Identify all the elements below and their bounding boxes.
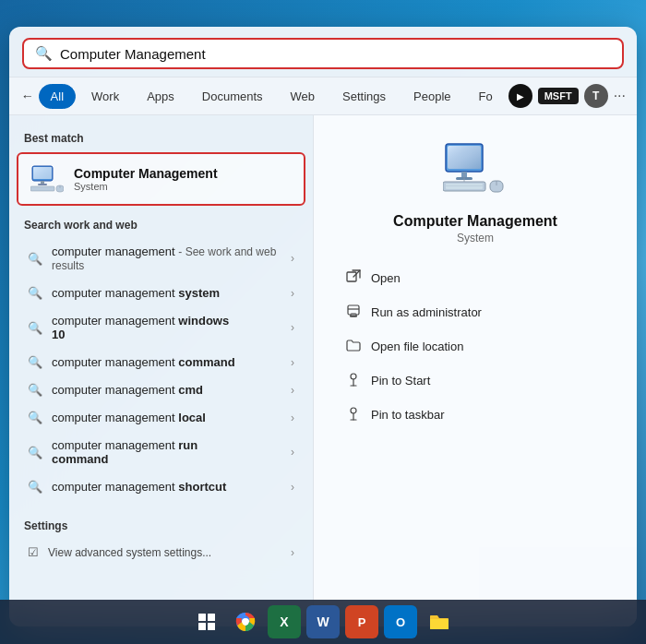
tab-apps[interactable]: Apps xyxy=(135,84,186,109)
result-text: computer management cmd xyxy=(52,383,291,397)
search-input[interactable] xyxy=(60,46,611,62)
chrome-button[interactable] xyxy=(229,605,262,638)
result-arrow: › xyxy=(291,321,294,334)
app-info: Computer Management System xyxy=(74,166,218,192)
settings-label: Settings xyxy=(9,516,313,538)
open-file-location-label: Open file location xyxy=(371,340,463,353)
tab-documents[interactable]: Documents xyxy=(190,84,275,109)
t-badge: T xyxy=(584,84,608,108)
result-text: computer management local xyxy=(52,411,291,424)
result-text: computer management - See work and web r… xyxy=(52,244,291,272)
settings-result-text: View advanced system settings... xyxy=(48,546,291,559)
action-open-file-location[interactable]: Open file location xyxy=(336,331,615,362)
start-button[interactable] xyxy=(190,605,223,638)
result-text: computer management command xyxy=(52,355,291,369)
tab-work[interactable]: Work xyxy=(79,84,131,109)
app-name: Computer Management xyxy=(74,166,218,181)
list-item[interactable]: 🔍 computer management command › xyxy=(15,349,307,376)
tab-people[interactable]: People xyxy=(401,84,462,109)
tab-web[interactable]: Web xyxy=(279,84,328,109)
desktop: 🔍 ← All Work Apps Documents Web Settings… xyxy=(0,0,646,644)
svg-rect-21 xyxy=(350,316,357,317)
main-content: Best match xyxy=(9,115,637,626)
powerpoint-button[interactable]: P xyxy=(345,605,378,638)
pin-taskbar-icon xyxy=(345,406,362,423)
svg-rect-10 xyxy=(448,146,481,169)
result-text: computer management windows10 xyxy=(52,314,291,341)
action-pin-to-start[interactable]: Pin to Start xyxy=(336,365,615,396)
svg-rect-2 xyxy=(33,167,52,179)
action-open[interactable]: Open xyxy=(336,263,615,293)
tab-all[interactable]: All xyxy=(39,84,76,109)
search-bar-container: 🔍 xyxy=(9,27,637,78)
settings-arrow: › xyxy=(291,546,294,559)
tab-fo[interactable]: Fo xyxy=(467,84,505,109)
svg-rect-14 xyxy=(446,184,483,189)
svg-point-22 xyxy=(351,374,356,379)
result-arrow: › xyxy=(291,446,294,459)
svg-rect-24 xyxy=(198,614,206,621)
list-item[interactable]: 🔍 computer management system › xyxy=(15,280,307,306)
list-item[interactable]: 🔍 computer management runcommand › xyxy=(15,432,307,472)
admin-icon xyxy=(345,304,362,321)
play-button[interactable]: ▶ xyxy=(508,84,532,108)
settings-result-icon: ☑ xyxy=(28,545,39,559)
back-button[interactable]: ← xyxy=(20,83,35,109)
open-icon xyxy=(345,269,362,287)
svg-point-23 xyxy=(351,408,356,413)
word-button[interactable]: W xyxy=(306,605,340,638)
right-app-sub: System xyxy=(457,232,494,244)
svg-rect-4 xyxy=(38,184,47,185)
search-results: Search work and web 🔍 computer managemen… xyxy=(9,208,313,508)
result-arrow: › xyxy=(291,252,294,265)
result-text: computer management runcommand xyxy=(52,438,291,466)
right-app-icon xyxy=(438,137,512,202)
app-icon-wrap xyxy=(30,161,65,197)
list-item[interactable]: 🔍 computer management local › xyxy=(15,404,307,431)
action-run-as-admin[interactable]: Run as administrator xyxy=(336,297,615,328)
nav-tabs: ← All Work Apps Documents Web Settings P… xyxy=(9,78,637,115)
search-result-icon: 🔍 xyxy=(28,480,42,494)
search-result-icon: 🔍 xyxy=(28,252,42,266)
folder-button[interactable] xyxy=(423,605,456,638)
result-arrow: › xyxy=(291,411,294,424)
svg-rect-5 xyxy=(30,186,54,191)
svg-rect-18 xyxy=(347,272,356,281)
more-options-button[interactable]: ··· xyxy=(614,88,626,104)
result-arrow: › xyxy=(291,356,294,369)
search-bar[interactable]: 🔍 xyxy=(22,38,624,69)
computer-management-icon-small xyxy=(30,165,64,193)
left-panel: Best match xyxy=(9,115,314,626)
right-panel: Computer Management System Open xyxy=(314,115,637,626)
svg-rect-26 xyxy=(198,623,206,630)
excel-button[interactable]: X xyxy=(268,605,301,638)
search-panel: 🔍 ← All Work Apps Documents Web Settings… xyxy=(9,27,637,626)
settings-section: Settings ☑ View advanced system settings… xyxy=(9,508,313,566)
tab-settings[interactable]: Settings xyxy=(330,84,398,109)
search-result-icon: 🔍 xyxy=(28,321,42,335)
best-match-label: Best match xyxy=(9,128,313,150)
action-pin-to-taskbar[interactable]: Pin to taskbar xyxy=(336,400,615,430)
nav-more: ▶ MSFT T ··· xyxy=(508,84,626,108)
result-arrow: › xyxy=(291,384,294,397)
folder-icon xyxy=(345,338,362,355)
pin-to-taskbar-label: Pin to taskbar xyxy=(371,408,445,422)
taskbar: X W P O xyxy=(0,600,646,644)
open-label: Open xyxy=(371,271,401,285)
settings-item[interactable]: ☑ View advanced system settings... › xyxy=(15,539,307,566)
search-result-icon: 🔍 xyxy=(28,446,42,459)
list-item[interactable]: 🔍 computer management shortcut › xyxy=(15,473,307,500)
list-item[interactable]: 🔍 computer management - See work and web… xyxy=(15,238,307,279)
result-text: computer management system xyxy=(52,286,291,300)
result-text: computer management shortcut xyxy=(52,480,291,494)
list-item[interactable]: 🔍 computer management cmd › xyxy=(15,376,307,403)
pin-to-start-label: Pin to Start xyxy=(371,374,430,388)
outlook-button[interactable]: O xyxy=(384,605,417,638)
svg-point-30 xyxy=(243,619,249,626)
svg-rect-27 xyxy=(208,623,215,630)
search-work-web-label: Search work and web xyxy=(9,215,313,237)
right-actions: Open Run as administrator xyxy=(329,263,622,430)
search-result-icon: 🔍 xyxy=(28,286,42,300)
best-match-item[interactable]: Computer Management System xyxy=(17,152,305,206)
list-item[interactable]: 🔍 computer management windows10 › xyxy=(15,307,307,348)
